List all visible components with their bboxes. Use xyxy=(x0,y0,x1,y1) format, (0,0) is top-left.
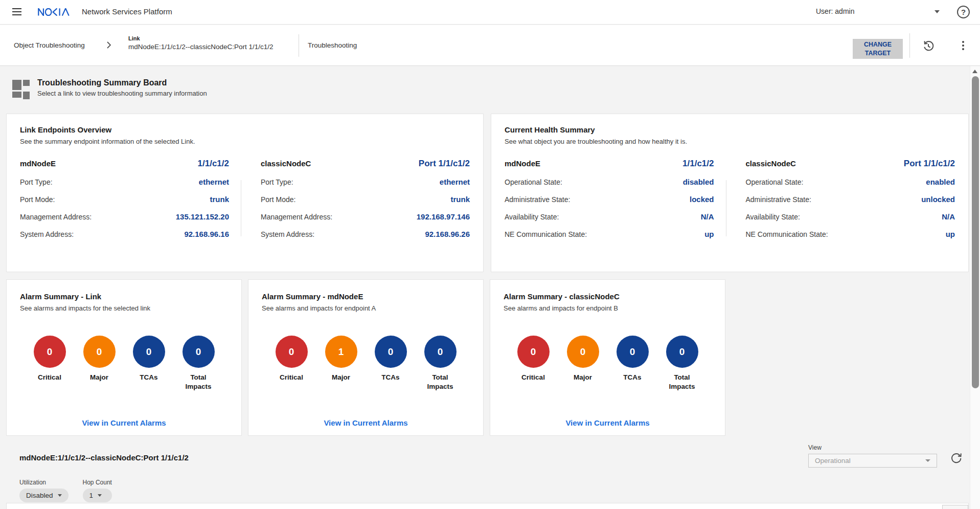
scrollbar-thumb[interactable] xyxy=(972,76,979,388)
total-impacts-counter-circle: 0 xyxy=(666,336,698,368)
endpoint-name: mdNodeE xyxy=(20,159,56,168)
refresh-icon[interactable] xyxy=(949,451,963,466)
tcas-counter-circle: 0 xyxy=(133,336,165,368)
help-icon[interactable]: ? xyxy=(957,6,970,18)
vertical-scrollbar[interactable] xyxy=(970,66,980,509)
breadcrumb-target: Link mdNodeE:1/1/c1/2--classicNodeC:Port… xyxy=(128,35,274,51)
tcas-counter-circle: 0 xyxy=(375,336,407,368)
endpoint-name: mdNodeE xyxy=(505,159,540,168)
field-value: N/A xyxy=(942,212,955,221)
link-endpoints-overview-card: Link Endpoints Overview See the summary … xyxy=(6,114,484,272)
breadcrumb-target-name: mdNodeE:1/1/c1/2--classicNodeC:Port 1/1/… xyxy=(128,43,274,51)
field-label: NE Communication State: xyxy=(746,230,828,238)
field-value: disabled xyxy=(683,178,714,186)
total-impacts-counter: 0 Total Impacts xyxy=(664,336,700,391)
field-value: 92.168.96.26 xyxy=(425,230,470,238)
view-select[interactable]: Operational xyxy=(808,454,937,468)
toolbar-divider xyxy=(909,33,910,58)
counter-label: TCAs xyxy=(614,373,651,382)
alarm-cards-row: Alarm Summary - Link See alarms and impa… xyxy=(6,279,725,436)
chevron-down-icon xyxy=(58,494,62,497)
tcas-counter-circle: 0 xyxy=(617,336,649,368)
field-value: 192.168.97.146 xyxy=(417,212,470,221)
utilization-dropdown[interactable]: Disabled xyxy=(19,489,69,502)
tcas-counter: 0 TCAs xyxy=(372,336,409,391)
tcas-counter: 0 TCAs xyxy=(130,336,167,391)
field-value: ethernet xyxy=(440,178,470,186)
field-value: N/A xyxy=(701,212,714,221)
scrollbar-up-arrow[interactable] xyxy=(972,70,977,73)
field-label: Port Type: xyxy=(261,178,293,186)
breadcrumb-chevron-icon xyxy=(104,40,113,52)
total-impacts-counter: 0 Total Impacts xyxy=(422,336,459,391)
card-subtitle: See alarms and impacts for endpoint A xyxy=(262,304,470,312)
total-impacts-counter: 0 Total Impacts xyxy=(180,336,217,391)
history-icon[interactable] xyxy=(921,39,936,53)
critical-counter: 0 Critical xyxy=(515,336,552,391)
hamburger-menu-icon[interactable] xyxy=(12,8,21,15)
field-label: Port Mode: xyxy=(20,195,55,204)
field-label: NE Communication State: xyxy=(505,230,587,238)
nokia-logo xyxy=(38,8,70,18)
critical-counter-circle: 0 xyxy=(34,336,66,368)
user-menu-label[interactable]: User: admin xyxy=(816,7,854,15)
endpoint-port: Port 1/1/c1/2 xyxy=(419,159,470,169)
critical-counter-circle: 0 xyxy=(517,336,550,368)
next-card-top-edge xyxy=(6,503,969,509)
change-target-button[interactable]: CHANGE TARGET xyxy=(853,39,903,59)
counter-label: Total Impacts xyxy=(664,373,700,391)
field-label: Port Type: xyxy=(20,178,53,186)
field-value: unlocked xyxy=(921,195,955,204)
hop-count-dropdown[interactable]: 1 xyxy=(83,489,112,502)
critical-counter: 0 Critical xyxy=(273,336,310,391)
card-title: Alarm Summary - mdNodeE xyxy=(262,292,470,301)
endpoint-b-column: classicNodeC Port 1/1/c1/2 Port Type:eth… xyxy=(261,159,470,238)
major-counter-circle: 1 xyxy=(325,336,357,368)
view-in-current-alarms-link[interactable]: View in Current Alarms xyxy=(248,418,483,427)
user-menu-caret-icon[interactable] xyxy=(935,10,940,13)
breadcrumb-divider xyxy=(299,34,299,57)
alarm-summary-link-card: Alarm Summary - Link See alarms and impa… xyxy=(6,279,242,436)
endpoint-name: classicNodeC xyxy=(261,159,311,168)
view-in-current-alarms-link[interactable]: View in Current Alarms xyxy=(490,418,725,427)
card-title: Alarm Summary - classicNodeC xyxy=(504,292,712,301)
field-value: 135.121.152.20 xyxy=(176,212,229,221)
breadcrumb-troubleshooting: Troubleshooting xyxy=(308,41,357,49)
critical-counter-circle: 0 xyxy=(276,336,308,368)
field-label: Administrative State: xyxy=(505,195,570,204)
counter-label: Total Impacts xyxy=(422,373,459,391)
kebab-menu-icon[interactable] xyxy=(959,38,967,53)
counter-label: Critical xyxy=(273,373,310,382)
summary-cards-row: Link Endpoints Overview See the summary … xyxy=(6,114,969,272)
chevron-down-icon xyxy=(98,494,102,497)
partial-control-box xyxy=(942,505,968,509)
link-detail-panel: mdNodeE:1/1/c1/2--classicNodeC:Port 1/1/… xyxy=(6,442,969,503)
view-label: View xyxy=(808,444,937,451)
card-subtitle: See alarms and impacts for the selected … xyxy=(20,304,228,312)
utilization-control: Utilization Disabled xyxy=(19,479,69,502)
card-subtitle: See the summary endpoint information of … xyxy=(20,138,470,145)
utilization-label: Utilization xyxy=(19,479,69,486)
field-value: up xyxy=(704,230,714,238)
counter-label: Total Impacts xyxy=(180,373,217,391)
endpoint-name: classicNodeC xyxy=(746,159,796,168)
field-value: ethernet xyxy=(199,178,229,186)
breadcrumb-target-type: Link xyxy=(128,35,274,41)
view-in-current-alarms-link[interactable]: View in Current Alarms xyxy=(7,418,241,427)
counter-label: Major xyxy=(564,373,601,382)
hop-count-label: Hop Count xyxy=(83,479,112,486)
alarm-summary-mdnodee-card: Alarm Summary - mdNodeE See alarms and i… xyxy=(248,279,484,436)
field-value: up xyxy=(946,230,955,238)
page-subtitle: Select a link to view troubleshooting su… xyxy=(37,90,207,97)
card-subtitle: See alarms and impacts for endpoint B xyxy=(504,304,712,312)
total-impacts-counter-circle: 0 xyxy=(183,336,215,368)
field-value: trunk xyxy=(210,195,230,204)
field-label: Management Address: xyxy=(261,213,332,221)
card-subtitle: See what object you are troubleshooting … xyxy=(505,138,955,145)
field-label: Management Address: xyxy=(20,213,92,221)
breadcrumb-object-troubleshooting[interactable]: Object Troubleshooting xyxy=(14,41,85,49)
major-counter: 0 Major xyxy=(564,336,601,391)
field-label: Availability State: xyxy=(746,213,800,221)
troubleshooting-dashboard: Network Services Platform User: admin ? … xyxy=(0,0,980,509)
chevron-down-icon xyxy=(925,459,930,462)
